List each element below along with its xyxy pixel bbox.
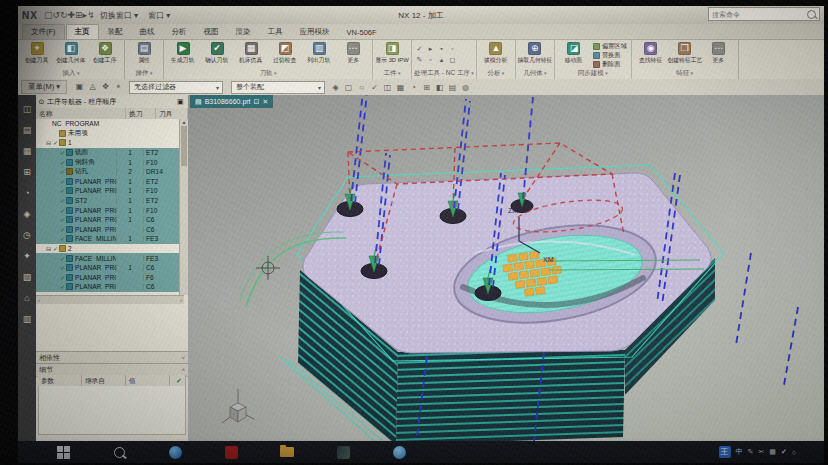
assembly-navigator-icon[interactable]: ◫ bbox=[23, 99, 32, 120]
gouge-check-button[interactable]: ◩过切检查 bbox=[268, 41, 302, 66]
tree-row[interactable]: ✓铣面1ET2 bbox=[36, 148, 180, 158]
selection-filter-dropdown[interactable]: 无选择过滤器 bbox=[129, 81, 223, 94]
ribbon-tab-装配[interactable]: 装配 bbox=[100, 25, 131, 39]
create-feature-process-button[interactable]: ❒创建特征工艺 bbox=[668, 41, 702, 66]
clipboard-icon[interactable]: ⊞ bbox=[75, 10, 83, 20]
menu-button[interactable]: 菜单(M) ▾ bbox=[21, 80, 67, 94]
navigator-horizontal-scrollbar[interactable]: ‹› bbox=[36, 295, 184, 304]
create-geometry-button[interactable]: ◧创建几何体 bbox=[54, 41, 88, 66]
close-tab-icon[interactable]: ✕ bbox=[262, 98, 268, 106]
column-toolchange[interactable]: 换刀 bbox=[126, 108, 156, 119]
taskbar-start-icon[interactable] bbox=[52, 444, 74, 460]
part-file-tab[interactable]: ▤ B31086660.prt ⊡ ✕ bbox=[190, 95, 273, 108]
system-materials-icon[interactable]: ▥ bbox=[23, 309, 32, 330]
ribbon-tab-视图[interactable]: 视图 bbox=[196, 25, 227, 39]
pin-tab-icon[interactable]: ⊡ bbox=[254, 98, 260, 106]
selection-scope-dropdown[interactable]: 整个装配 bbox=[231, 81, 325, 94]
pin-icon[interactable]: ▣ bbox=[177, 98, 188, 106]
view-icon-9[interactable]: ▤ bbox=[446, 83, 459, 92]
tree-row[interactable]: ✓PLANAR_PROFILE_C...1C6 bbox=[36, 215, 180, 225]
ribbon-tab-曲线[interactable]: 曲线 bbox=[132, 25, 163, 39]
delete-face-button[interactable]: 删除面 bbox=[593, 60, 627, 69]
window-menu-1[interactable]: 窗口 ▾ bbox=[148, 10, 170, 21]
ribbon-tab-主页[interactable]: 主页 bbox=[66, 24, 99, 39]
ime-wubi-badge[interactable]: 王 bbox=[719, 446, 731, 458]
tree-row[interactable]: ✓ST21ET2 bbox=[36, 196, 180, 206]
command-finder[interactable] bbox=[708, 7, 820, 21]
replace-face-button[interactable]: 替换面 bbox=[593, 51, 627, 60]
draft-analysis-button[interactable]: ▲拔模分析 bbox=[479, 41, 513, 66]
taskbar-app-blue-icon[interactable] bbox=[388, 444, 410, 460]
expand-icon[interactable]: ⊟ bbox=[45, 139, 52, 146]
graphics-viewport[interactable]: ▤ B31086660.prt ⊡ ✕ bbox=[188, 95, 824, 441]
constraint-navigator-icon[interactable]: ▤ bbox=[23, 120, 32, 141]
group-label-几何体[interactable]: 几何体 bbox=[518, 69, 552, 79]
verify-toolpath-button[interactable]: ✔确认刀轨 bbox=[200, 41, 234, 66]
tree-row[interactable]: ✓FACE_MILLING_COPYFE3 bbox=[36, 253, 180, 263]
create-tool-button[interactable]: ✦创建刀具 bbox=[20, 41, 54, 66]
web-browser-icon[interactable]: ◈ bbox=[24, 204, 31, 225]
ribbon-tab-渲染[interactable]: 渲染 bbox=[228, 25, 259, 39]
group-label-插入[interactable]: 插入 bbox=[20, 69, 122, 79]
tree-row[interactable]: ✓钻孔2DR14 bbox=[36, 167, 180, 177]
show-3d-ipw-button[interactable]: ◨显示 3D IPW bbox=[375, 41, 409, 66]
machining-wizard-icon[interactable]: ▧ bbox=[23, 267, 32, 288]
pen-icon[interactable]: ✎ bbox=[748, 448, 754, 456]
snip-icon[interactable]: ✂ bbox=[758, 448, 764, 456]
tree-row[interactable]: ✓FACE_MILLING1FE3 bbox=[36, 234, 180, 244]
tree-row[interactable]: ✓PLANAR_PROFILE_1...F6 bbox=[36, 273, 180, 283]
view-icon-3[interactable]: ✓ bbox=[368, 83, 381, 92]
view-icon-5[interactable]: ▦ bbox=[394, 83, 407, 92]
grid-tool-icon-7[interactable]: ◻ bbox=[447, 54, 458, 65]
extract-geometry-button[interactable]: ⊕抽取几何特征 bbox=[518, 41, 552, 66]
view-icon-1[interactable]: ▢ bbox=[342, 83, 355, 92]
grid-tool-icon-4[interactable]: ✎ bbox=[414, 54, 425, 65]
view-icon-4[interactable]: ◫ bbox=[381, 83, 394, 92]
offset-region-button[interactable]: 偏置区域 bbox=[593, 42, 627, 51]
properties-button[interactable]: ▤属性 bbox=[127, 41, 161, 66]
group-label-刀轨[interactable]: 刀轨 bbox=[166, 69, 370, 79]
taskbar-browser-icon[interactable] bbox=[164, 444, 186, 460]
navigator-vertical-scrollbar[interactable]: ▲ bbox=[179, 119, 188, 295]
ribbon-tab-工具[interactable]: 工具 bbox=[260, 25, 291, 39]
tree-row[interactable]: ✓PLANAR_PROFILE1ET2 bbox=[36, 177, 180, 187]
process-studio-icon[interactable]: ✦ bbox=[23, 246, 31, 267]
column-tool[interactable]: 刀具 bbox=[156, 108, 188, 119]
ribbon-tab-VN-506F[interactable]: VN-506F bbox=[339, 26, 385, 39]
redo-icon[interactable]: ↻ bbox=[60, 10, 68, 20]
reuse-library-icon[interactable]: ⊞ bbox=[23, 162, 31, 183]
machine-simulation-button[interactable]: ▦机床仿真 bbox=[234, 41, 268, 66]
grid-tool-icon-5[interactable]: ▫ bbox=[425, 54, 436, 65]
ribbon-tab-应用模块[interactable]: 应用模块 bbox=[292, 25, 338, 39]
part-navigator-icon[interactable]: ▦ bbox=[23, 141, 32, 162]
tree-row[interactable]: 未用项 bbox=[36, 129, 180, 139]
more-button[interactable]: ⋯更多 bbox=[702, 41, 736, 66]
plus-icon[interactable]: ✚ bbox=[68, 10, 76, 20]
taskbar-folder-icon[interactable] bbox=[276, 444, 298, 460]
group-label-特征[interactable]: 特征 bbox=[634, 69, 736, 79]
tree-row[interactable]: ⊟✓2 bbox=[36, 244, 180, 254]
view-icon-2[interactable]: ○ bbox=[355, 83, 368, 92]
selection-icon-3[interactable]: ⌖ bbox=[112, 82, 125, 92]
command-search-input[interactable] bbox=[709, 10, 784, 19]
group-label-工件[interactable]: 工件 bbox=[375, 69, 409, 79]
selection-icon-1[interactable]: ◬ bbox=[86, 82, 99, 92]
column-name[interactable]: 名称 bbox=[36, 108, 126, 119]
taskbar-search-icon[interactable] bbox=[108, 444, 130, 460]
group-label-操作[interactable]: 操作 bbox=[127, 69, 161, 79]
history-icon[interactable]: ◷ bbox=[23, 225, 31, 246]
grid-tool-icon-6[interactable]: ▴ bbox=[436, 54, 447, 65]
grid-tool-icon-0[interactable]: ✓ bbox=[414, 43, 425, 54]
ime-lang-indicator[interactable]: 中 bbox=[736, 447, 743, 457]
tree-row[interactable]: NC_PROGRAM bbox=[36, 119, 180, 129]
tree-row[interactable]: ✓PLANAR_PROFILE_1C6 bbox=[36, 282, 180, 292]
group-label-分析[interactable]: 分析 bbox=[479, 69, 513, 79]
grid-tool-icon-2[interactable]: ▪ bbox=[436, 43, 447, 54]
view-icon-7[interactable]: ⊞ bbox=[420, 83, 433, 92]
hd3d-tools-icon[interactable]: ◔ bbox=[24, 183, 29, 204]
more-button[interactable]: ⋯更多 bbox=[336, 41, 370, 66]
roles-icon[interactable]: ⌂ bbox=[24, 288, 29, 309]
tree-row[interactable]: ✓PLANAR_PROFILE_C...1C6 bbox=[36, 263, 180, 273]
ribbon-tab-文件(F)[interactable]: 文件(F) bbox=[22, 24, 65, 39]
tree-row[interactable]: ✓PLANAR_PROFILE_C...1F10 bbox=[36, 205, 180, 215]
